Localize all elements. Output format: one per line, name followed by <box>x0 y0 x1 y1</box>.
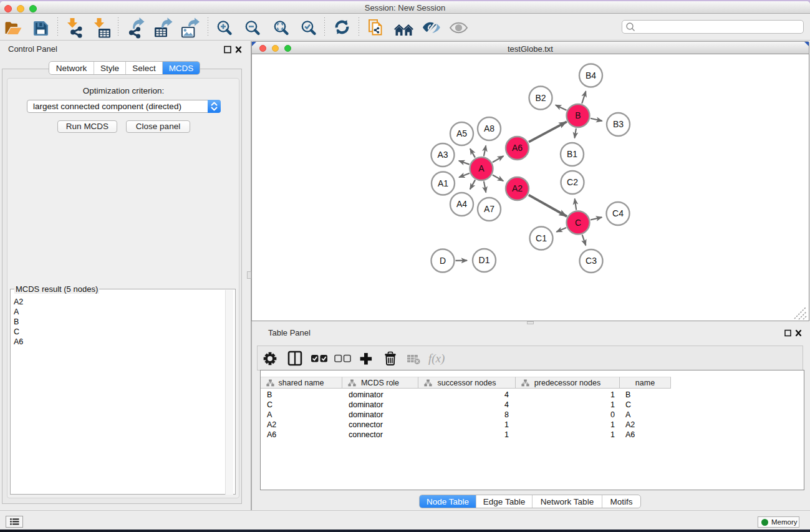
svg-text:A8: A8 <box>484 123 494 133</box>
svg-text:f(x): f(x) <box>428 352 445 365</box>
svg-text:A5: A5 <box>456 128 467 138</box>
svg-text:A: A <box>478 163 485 173</box>
svg-text:A1: A1 <box>438 178 448 188</box>
svg-text:A3: A3 <box>437 150 448 160</box>
svg-text:B: B <box>575 110 581 120</box>
svg-text:B3: B3 <box>613 119 624 129</box>
svg-text:A7: A7 <box>484 204 494 214</box>
svg-text:B2: B2 <box>535 93 546 103</box>
svg-text:D1: D1 <box>479 255 490 265</box>
svg-text:B4: B4 <box>586 70 596 80</box>
svg-text:C: C <box>575 218 581 228</box>
svg-text:A4: A4 <box>456 199 467 209</box>
svg-text:C2: C2 <box>567 177 578 187</box>
svg-text:C4: C4 <box>612 208 624 218</box>
svg-text:A6: A6 <box>512 143 523 153</box>
svg-text:C1: C1 <box>536 233 547 243</box>
svg-text:C3: C3 <box>586 256 597 266</box>
svg-text:D: D <box>440 256 446 266</box>
svg-text:A2: A2 <box>512 183 523 193</box>
svg-text:B1: B1 <box>567 149 577 159</box>
